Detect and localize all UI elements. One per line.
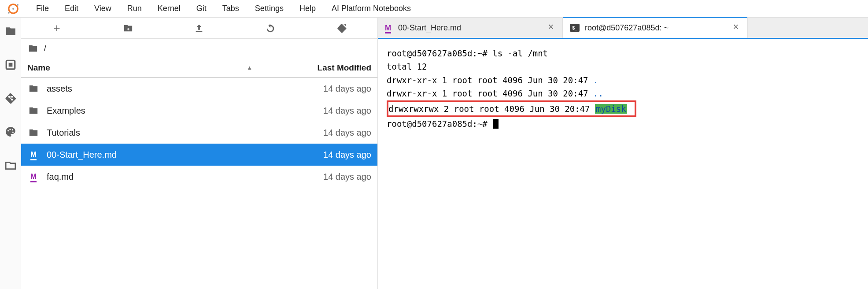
svg-point-10 xyxy=(11,129,13,130)
markdown-icon: M xyxy=(385,23,393,33)
terminal-prompt: root@d507627a085d:~# xyxy=(387,48,492,58)
close-icon[interactable]: × xyxy=(547,23,555,32)
folder-icon xyxy=(27,127,40,138)
file-browser-toolbar xyxy=(21,18,377,39)
svg-point-11 xyxy=(12,131,13,133)
file-modified: 14 days ago xyxy=(270,84,371,94)
file-name: faq.md xyxy=(47,172,270,182)
file-row-examples[interactable]: Examples14 days ago xyxy=(21,100,377,122)
breadcrumb[interactable]: / xyxy=(21,39,377,58)
menu-git[interactable]: Git xyxy=(196,4,207,13)
file-modified: 14 days ago xyxy=(270,150,371,160)
tab-title: 00-Start_Here.md xyxy=(398,23,541,33)
folder-icon xyxy=(27,83,40,94)
terminal-dir-mydisk: myDisk xyxy=(595,104,627,114)
file-name: 00-Start_Here.md xyxy=(47,150,270,160)
terminal-line: drwxr-xr-x 1 root root 4096 Jun 30 20:47 xyxy=(387,89,593,98)
menu-run[interactable]: Run xyxy=(127,4,142,13)
running-tab-icon[interactable] xyxy=(5,59,16,70)
menu-bar: FileEditViewRunKernelGitTabsSettingsHelp… xyxy=(0,0,868,18)
terminal-line: drwxrwxrwx 2 root root 4096 Jun 30 20:47 xyxy=(388,104,595,114)
file-row-faq-md[interactable]: Mfaq.md14 days ago xyxy=(21,166,377,188)
file-name: Tutorials xyxy=(47,128,270,138)
menu-ai-platform-notebooks[interactable]: AI Platform Notebooks xyxy=(332,4,411,13)
refresh-icon[interactable] xyxy=(266,23,275,33)
work-area: M00-Start_Here.md×$_root@d507627a085d: ~… xyxy=(378,18,868,289)
file-name: assets xyxy=(47,84,270,94)
highlighted-output-row: drwxrwxrwx 2 root root 4096 Jun 30 20:47… xyxy=(387,100,636,117)
terminal-line: total 12 xyxy=(387,62,427,71)
tab-title: root@d507627a085d: ~ xyxy=(585,23,726,33)
palette-tab-icon[interactable] xyxy=(5,126,16,137)
file-row-tutorials[interactable]: Tutorials14 days ago xyxy=(21,122,377,144)
menu-kernel[interactable]: Kernel xyxy=(158,4,181,13)
terminal-output[interactable]: root@d507627a085d:~# ls -al /mnt total 1… xyxy=(378,39,868,289)
jupyter-logo xyxy=(7,3,19,15)
new-launcher-icon[interactable] xyxy=(52,23,62,33)
tabs-tab-icon[interactable] xyxy=(5,159,16,171)
tab-bar: M00-Start_Here.md×$_root@d507627a085d: ~… xyxy=(378,18,868,39)
upload-icon[interactable] xyxy=(194,23,204,33)
markdown-icon: M xyxy=(27,149,40,160)
git-clone-icon[interactable] xyxy=(337,23,347,33)
terminal-command: ls -al /mnt xyxy=(492,48,548,58)
git-tab-icon[interactable] xyxy=(5,93,16,104)
svg-point-8 xyxy=(7,130,8,131)
menu-file[interactable]: File xyxy=(36,4,49,13)
file-modified: 14 days ago xyxy=(270,106,371,116)
folder-icon xyxy=(27,105,40,116)
tab-00-start-here-md[interactable]: M00-Start_Here.md× xyxy=(378,18,563,38)
folder-tab-icon[interactable] xyxy=(5,26,16,37)
sort-ascending-icon[interactable]: ▲ xyxy=(247,64,252,71)
svg-point-9 xyxy=(9,129,11,130)
tab-root-d507627a085d-[interactable]: $_root@d507627a085d: ~× xyxy=(563,18,748,38)
terminal-dir-parent: .. xyxy=(593,89,603,98)
file-name: Examples xyxy=(47,106,270,116)
close-icon[interactable]: × xyxy=(731,23,740,32)
header-modified[interactable]: Last Modified xyxy=(270,63,371,73)
menu-help[interactable]: Help xyxy=(299,4,316,13)
file-list-header: Name ▲ Last Modified xyxy=(21,58,377,78)
file-row-assets[interactable]: assets14 days ago xyxy=(21,78,377,100)
menu-edit[interactable]: Edit xyxy=(65,4,78,13)
terminal-cursor xyxy=(493,119,499,129)
file-modified: 14 days ago xyxy=(270,172,371,182)
menu-settings[interactable]: Settings xyxy=(255,4,284,13)
svg-rect-4 xyxy=(8,63,12,67)
folder-icon xyxy=(27,44,39,53)
svg-point-0 xyxy=(12,8,14,10)
terminal-icon: $_ xyxy=(570,24,580,32)
new-folder-icon[interactable] xyxy=(123,23,133,33)
menu-tabs[interactable]: Tabs xyxy=(222,4,239,13)
svg-point-1 xyxy=(17,4,18,6)
svg-point-2 xyxy=(8,12,10,14)
file-modified: 14 days ago xyxy=(270,128,371,138)
left-activity-bar xyxy=(0,18,21,289)
file-browser: / Name ▲ Last Modified assets14 days ago… xyxy=(21,18,378,289)
terminal-prompt: root@d507627a085d:~# xyxy=(387,119,492,129)
markdown-icon: M xyxy=(27,171,40,182)
breadcrumb-path: / xyxy=(44,44,46,53)
terminal-line: drwxr-xr-x 1 root root 4096 Jun 30 20:47 xyxy=(387,75,593,85)
terminal-dir-current: . xyxy=(593,75,598,85)
file-row-00-start-here-md[interactable]: M00-Start_Here.md14 days ago xyxy=(21,144,377,166)
header-name[interactable]: Name xyxy=(27,63,50,73)
menu-view[interactable]: View xyxy=(94,4,111,13)
